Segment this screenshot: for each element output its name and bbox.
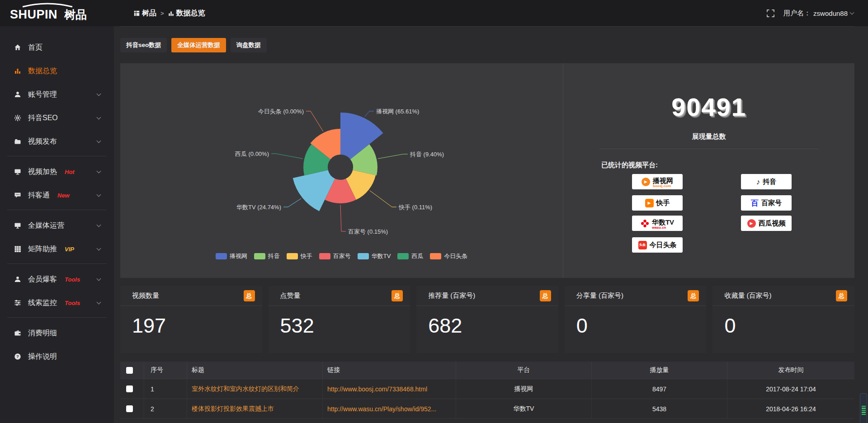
video-upload-icon <box>14 138 21 145</box>
dashboard-page: { "header": { "logo_main": "SHUPIN", "lo… <box>0 0 868 423</box>
stat-card-title: 分享量 (百家号) <box>576 291 623 300</box>
chevron-down-icon <box>97 193 101 197</box>
chevron-down-icon <box>97 277 101 281</box>
breadcrumb-root[interactable]: 树品 <box>134 9 156 18</box>
user-icon <box>14 91 21 98</box>
wasu-logo-icon <box>641 219 649 228</box>
boosj-logo-icon: ▶ <box>642 178 650 186</box>
data-tabs: 抖音seo数据 全媒体运营数据 询盘数据 <box>120 38 267 52</box>
total-badge: 总 <box>540 290 551 301</box>
bar-chart-icon <box>14 67 21 75</box>
stat-card-favorites: 收藏量 (百家号) 总 0 <box>712 286 854 353</box>
pie-label-line <box>271 154 303 159</box>
pie-label: 抖音 (9.40%) <box>410 151 444 158</box>
pie-chart-section: 播视网 (65.61%)抖音 (9.40%)快手 (0.11%)百家号 (0.1… <box>120 63 563 278</box>
videos-table: 序号 标题 链接 平台 播放量 发布时间 1 室外水纹灯和室内水纹灯的区别和简介… <box>120 362 854 422</box>
platform-badge-kuaishou: ▶ 快手 <box>632 195 683 211</box>
video-url-link[interactable]: http://www.boosj.com/7338468.html <box>327 385 427 393</box>
sidebar-item-douyin-seo[interactable]: 抖音SEO <box>0 109 114 127</box>
legend-item[interactable]: 今日头条 <box>430 252 467 260</box>
sidebar-item-video-boost[interactable]: 视频加热 Hot <box>0 163 114 181</box>
sidebar-item-member[interactable]: 会员爆客 Tools <box>0 270 114 288</box>
video-title-link[interactable]: 室外水纹灯和室内水纹灯的区别和简介 <box>192 385 299 393</box>
row-checkbox[interactable] <box>126 405 133 412</box>
legend-swatch <box>216 253 227 259</box>
gear-icon <box>14 114 21 122</box>
chevron-down-icon <box>97 92 101 96</box>
row-checkbox[interactable] <box>126 385 133 392</box>
pie-label-line <box>340 205 346 231</box>
xigua-logo-icon: ▶ <box>747 219 756 228</box>
stat-card-title: 视频数量 <box>132 291 159 300</box>
tab-douyin-seo-data[interactable]: 抖音seo数据 <box>120 38 167 52</box>
hot-badge: Hot <box>65 169 75 175</box>
total-badge: 总 <box>392 290 403 301</box>
sidebar-divider <box>7 210 107 210</box>
stat-card-value: 532 <box>280 314 410 338</box>
legend-item[interactable]: 播视网 <box>216 252 247 260</box>
tools-badge: Tools <box>65 276 80 283</box>
video-url-link[interactable]: http://www.wasu.cn/Play/show/id/952... <box>327 405 436 413</box>
col-header-plays: 播放量 <box>592 362 727 379</box>
svg-text:?: ? <box>16 354 19 359</box>
logo-arc <box>23 4 72 7</box>
user-menu[interactable]: 用户名：zswodun88 <box>783 9 854 18</box>
sidebar-item-leads[interactable]: 线索监控 Tools <box>0 294 114 312</box>
sidebar-divider <box>7 263 107 264</box>
person-icon <box>14 276 21 283</box>
sidebar-item-video-publish[interactable]: 视频发布 <box>0 132 114 150</box>
col-header-title: 标题 <box>187 362 323 379</box>
pie-label-line <box>283 198 301 207</box>
pie-slice-华数TV[interactable] <box>293 170 335 211</box>
legend-item[interactable]: 快手 <box>287 252 312 260</box>
chevron-down-icon <box>97 300 101 305</box>
grid-icon <box>14 245 21 253</box>
app-logo[interactable]: SHUPIN 树品 <box>0 3 114 24</box>
summary-divider <box>599 149 819 149</box>
stat-card-recommends: 推荐量 (百家号) 总 682 <box>416 286 558 353</box>
pie-label: 西瓜 (0.00%) <box>235 150 269 157</box>
impressions-total-value: 90491 <box>563 92 854 122</box>
chevron-down-icon <box>97 115 101 120</box>
chevron-down-icon <box>97 139 101 143</box>
sidebar: 首页 数据总览 账号管理 抖音SEO 视频发布 视频加热 Hot 抖客通 New… <box>0 26 114 423</box>
floating-widget[interactable] <box>860 393 867 423</box>
table-header-row: 序号 标题 链接 平台 播放量 发布时间 <box>120 362 854 379</box>
monitor-icon <box>14 222 21 229</box>
select-all-checkbox[interactable] <box>126 367 133 374</box>
sidebar-divider <box>7 156 107 156</box>
sidebar-item-account[interactable]: 账号管理 <box>0 85 114 103</box>
row-platform: 播视网 <box>456 379 592 399</box>
fullscreen-icon[interactable] <box>767 9 774 17</box>
legend-item[interactable]: 百家号 <box>319 252 351 260</box>
sidebar-item-spending[interactable]: 消费明细 <box>0 324 114 342</box>
sidebar-item-matrix[interactable]: 矩阵助推 VIP <box>0 240 114 258</box>
legend-item[interactable]: 西瓜 <box>397 252 423 260</box>
sidebar-item-help[interactable]: ? 操作说明 <box>0 348 114 366</box>
sidebar-item-omnimedia[interactable]: 全媒体运营 <box>0 216 114 235</box>
legend-item[interactable]: 抖音 <box>254 252 280 260</box>
legend-swatch <box>319 253 330 259</box>
video-title-link[interactable]: 楼体投影灯投影效果震撼上市 <box>192 405 274 413</box>
stat-card-title: 点赞量 <box>280 291 301 300</box>
platform-badge-wasu: 华数TVwasu.cn <box>632 216 683 231</box>
chat-icon <box>14 192 21 199</box>
sidebar-item-data-overview[interactable]: 数据总览 <box>0 62 114 80</box>
bar-chart-icon <box>168 10 174 16</box>
pie-label-line <box>378 154 408 159</box>
sliders-icon <box>14 299 21 306</box>
header-divider <box>120 26 854 27</box>
breadcrumb-current[interactable]: 数据总览 <box>168 9 205 18</box>
col-header-index: 序号 <box>144 362 187 379</box>
pie-label: 快手 (0.11%) <box>398 204 432 211</box>
sidebar-item-home[interactable]: 首页 <box>0 38 114 56</box>
kuaishou-logo-icon: ▶ <box>645 199 654 207</box>
sidebar-item-douketong[interactable]: 抖客通 New <box>0 186 114 204</box>
pie-label: 百家号 (0.15%) <box>348 228 388 235</box>
row-platform: 华数TV <box>456 399 592 418</box>
username: zswodun88 <box>813 9 848 17</box>
tab-inquiry-data[interactable]: 询盘数据 <box>231 38 267 52</box>
legend-item[interactable]: 华数TV <box>358 252 391 260</box>
tab-omnimedia-data[interactable]: 全媒体运营数据 <box>171 38 226 52</box>
legend-swatch <box>254 253 265 259</box>
